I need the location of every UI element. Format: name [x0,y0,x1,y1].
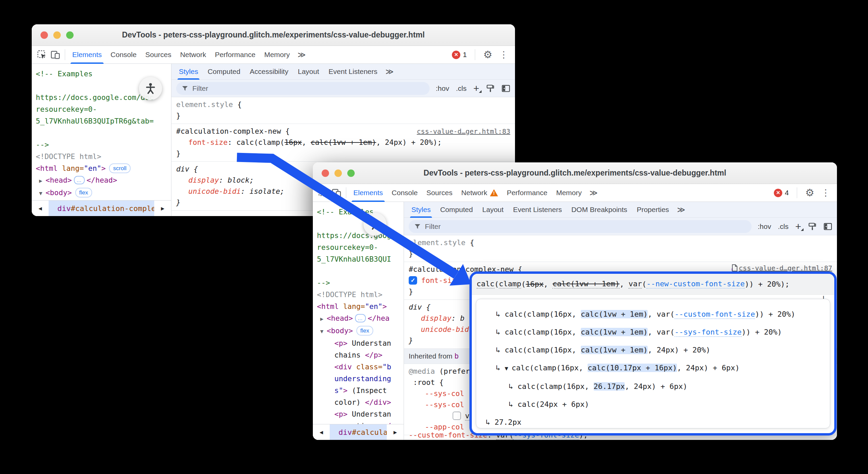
tab-memory[interactable]: Memory [552,184,586,202]
filter-input[interactable]: Filter [176,82,430,95]
dom-tree-line[interactable]: <div class="b [313,361,404,373]
filter-input[interactable]: Filter [409,220,752,233]
dom-tree-line-body[interactable]: ▼ <body>flex [313,325,404,337]
subtab-layout[interactable]: Layout [478,202,508,218]
dom-tree-line[interactable] [313,265,404,277]
inspect-icon[interactable] [35,48,49,61]
dom-tree-line[interactable]: resourcekey=0- [313,241,404,253]
tab-console[interactable]: Console [387,184,422,202]
dom-tree-line-head[interactable]: ▶ <head>…</hea [313,312,404,325]
dom-tree-line[interactable]: color) </div> [313,396,404,408]
font-size-checkbox[interactable] [409,276,417,285]
error-badge[interactable]: 4 [774,189,789,197]
stylesheet-link[interactable]: css-value-d…ger.html:87 [731,264,832,272]
subtab-layout[interactable]: Layout [293,64,324,80]
device-toolbar-icon[interactable] [330,186,343,200]
breadcrumb[interactable]: div#calculation-comple [49,201,154,216]
minimize-button[interactable] [334,169,342,177]
gear-icon[interactable]: ⚙ [805,188,814,198]
accessibility-icon[interactable] [363,213,386,236]
dom-tree-line-head[interactable]: ▶ <head>…</head> [32,174,171,187]
tab-network[interactable]: Network [176,46,211,64]
trace-result[interactable]: ↳ 27.2px [484,413,830,428]
toggle-hov-button[interactable]: :hov [436,84,449,93]
dock-side-icon[interactable] [823,222,832,231]
trace-step[interactable]: ↳ calc(24px + 6px) [484,395,830,413]
dom-tree-line[interactable]: resourcekey=0- [32,103,171,115]
inspect-icon[interactable] [316,186,330,200]
subtab-dom-breakpoints[interactable]: DOM Breakpoints [567,202,632,218]
dom-tree-line-html[interactable]: <html lang="en"> [313,300,404,312]
subtab-accessibility[interactable]: Accessibility [245,64,293,80]
dock-side-icon[interactable] [501,84,510,93]
dom-tree-line[interactable]: --> [313,277,404,289]
breadcrumb-next-button[interactable]: ▶ [387,424,404,440]
dom-tree-line[interactable]: <p> Understan [313,337,404,349]
selector-line[interactable]: #calculation-complex-new { [176,126,290,137]
rendering-brush-icon[interactable] [486,84,495,93]
kebab-menu-icon[interactable]: ⋮ [498,50,510,59]
rendering-brush-icon[interactable] [808,222,817,231]
trace-step[interactable]: ↳ calc(clamp(16px, calc(1vw + 1em), 24px… [484,341,830,359]
tab-sources[interactable]: Sources [422,184,457,202]
dom-tree-line[interactable] [313,218,404,230]
tab-network[interactable]: Network ! [457,184,503,202]
dom-tree-line-html[interactable]: <html lang="en">scroll [32,162,171,174]
dom-tree-line[interactable]: <!DOCTYPE html> [32,151,171,162]
subtab-computed[interactable]: Computed [203,64,245,80]
font-size-label[interactable]: font-size: [421,275,465,286]
selector-line[interactable]: element.style { [176,99,510,110]
trace-step-expandable[interactable]: ↳ ▼ calc(clamp(16px, calc(10.17px + 16px… [484,359,830,377]
toggle-cls-button[interactable]: .cls [778,222,789,231]
tab-sources[interactable]: Sources [141,46,176,64]
dom-tree-line[interactable]: https://docs.goog [313,230,404,241]
more-tabs-icon[interactable]: ≫ [294,50,309,59]
dom-tree-line[interactable]: operations </ [313,420,404,424]
breadcrumb[interactable]: div#calculat [330,424,387,440]
minimize-button[interactable] [53,31,61,39]
new-style-rule-icon[interactable]: + [795,221,801,232]
subtab-properties[interactable]: Properties [632,202,674,218]
error-badge[interactable]: 1 [452,51,467,59]
dom-tree-line[interactable]: chains </p> [313,349,404,361]
subtab-event-listeners[interactable]: Event Listeners [508,202,567,218]
tab-performance[interactable]: Performance [211,46,260,64]
font-size-declaration[interactable]: font-size: calc(clamp(16px, calc(1vw + 1… [176,137,510,148]
dom-tree-line[interactable]: understanding [313,373,404,385]
font-size-value-line[interactable]: calc(clamp(16px, calc(1vw + 1em), var(--… [472,274,834,295]
subtab-styles[interactable]: Styles [407,202,435,218]
tab-memory[interactable]: Memory [260,46,294,64]
subtab-computed[interactable]: Computed [435,202,478,218]
dom-tree-line[interactable]: s"> (Inspect [313,385,404,396]
toggle-cls-button[interactable]: .cls [456,84,467,93]
dom-tree-line[interactable]: <p> Understan [313,408,404,420]
close-button[interactable] [322,169,329,177]
accessibility-icon[interactable] [139,77,162,100]
subtab-event-listeners[interactable]: Event Listeners [324,64,382,80]
zoom-button[interactable] [66,31,74,39]
dom-tree-line[interactable]: <!-- Examples [313,206,404,218]
more-tabs-icon[interactable]: ≫ [586,188,601,198]
breadcrumb-prev-button[interactable]: ◀ [32,201,49,216]
property-checkbox[interactable] [453,412,461,420]
dom-tree-line[interactable] [32,127,171,139]
device-toolbar-icon[interactable] [49,48,62,61]
kebab-menu-icon[interactable]: ⋮ [820,188,832,198]
tab-elements[interactable]: Elements [349,184,387,202]
close-button[interactable] [40,31,48,39]
trace-step[interactable]: ↳ calc(clamp(16px, calc(1vw + 1em), var(… [484,323,830,341]
breadcrumb-next-button[interactable]: ▶ [154,201,171,216]
gear-icon[interactable]: ⚙ [483,50,492,60]
tab-performance[interactable]: Performance [503,184,552,202]
trace-step[interactable]: ↳ calc(clamp(16px, 26.17px, 24px) + 6px) [484,377,830,395]
subtab-styles[interactable]: Styles [174,64,203,80]
new-style-rule-icon[interactable]: + [473,83,479,94]
toggle-hov-button[interactable]: :hov [758,222,771,231]
dom-tree-line[interactable]: --> [32,139,171,151]
dom-tree-line[interactable]: 5_l7VKnhaUl6B3QUIpTR6g&tab= [32,115,171,127]
more-tabs-icon[interactable]: ≫ [382,67,397,76]
more-tabs-icon[interactable]: ≫ [674,205,688,214]
dom-tree-line[interactable]: 5_l7VKnhaUl6B3QUI [313,253,404,265]
stylesheet-link[interactable]: css-value-d…ger.html:83 [417,127,510,135]
tab-console[interactable]: Console [106,46,141,64]
